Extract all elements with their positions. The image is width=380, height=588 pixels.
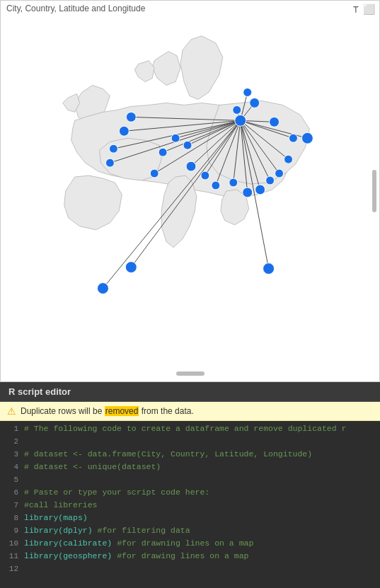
- svg-point-58: [301, 132, 313, 144]
- warning-highlight: removed: [105, 406, 139, 416]
- svg-point-52: [243, 188, 253, 197]
- line-code-6: # Paste or type your script code here:: [24, 488, 209, 497]
- filter-icon[interactable]: ⊤: [353, 4, 359, 16]
- svg-point-53: [255, 185, 265, 195]
- svg-point-55: [275, 169, 284, 178]
- svg-point-54: [266, 176, 275, 185]
- warning-icon: ⚠: [7, 405, 16, 417]
- svg-point-49: [201, 171, 209, 180]
- svg-point-47: [183, 141, 192, 149]
- editor-panel: R script editor ⚠ Duplicate rows will be…: [0, 382, 380, 588]
- code-line-2: 2: [0, 437, 380, 449]
- line-num-5: 5: [3, 475, 18, 484]
- svg-point-57: [289, 134, 297, 142]
- svg-point-40: [109, 144, 117, 153]
- code-line-7: 7 #call libreries: [0, 500, 380, 513]
- svg-point-50: [212, 181, 220, 190]
- code-line-5: 5: [0, 475, 380, 488]
- svg-point-60: [250, 98, 260, 108]
- line-code-1: # The following code to create a datafra…: [24, 424, 346, 433]
- svg-point-61: [243, 88, 252, 97]
- code-line-4: 4 # dataset <- unique(dataset): [0, 462, 380, 475]
- vertical-scrollbar[interactable]: [372, 170, 376, 212]
- line-code-9: library(dplyr) #for filtering data: [24, 526, 190, 535]
- code-line-8: 8 library(maps): [0, 513, 380, 526]
- svg-point-48: [186, 161, 196, 171]
- code-line-3: 3 # dataset <- data.frame(City, Country,…: [0, 449, 380, 462]
- svg-point-62: [233, 105, 241, 114]
- svg-point-56: [284, 155, 293, 163]
- line-num-9: 9: [3, 526, 18, 535]
- svg-point-51: [229, 178, 238, 187]
- code-line-1: 1 # The following code to create a dataf…: [0, 424, 380, 437]
- horizontal-scrollbar[interactable]: [176, 371, 205, 376]
- line-num-8: 8: [3, 513, 18, 522]
- svg-point-37: [235, 115, 246, 126]
- svg-point-59: [270, 117, 280, 127]
- svg-marker-3: [152, 52, 180, 86]
- svg-point-39: [119, 126, 129, 136]
- svg-marker-4: [134, 61, 154, 82]
- code-line-6: 6 # Paste or type your script code here:: [0, 488, 380, 500]
- line-code-8: library(maps): [24, 513, 88, 522]
- line-num-6: 6: [3, 488, 18, 497]
- line-code-10: library(calibrate) #for drawning lines o…: [24, 538, 253, 548]
- svg-point-43: [97, 283, 108, 294]
- map-panel: City, Country, Latitude and Longitude ⊤ …: [0, 0, 380, 382]
- line-num-1: 1: [3, 424, 18, 433]
- line-code-4: # dataset <- unique(dataset): [24, 462, 161, 471]
- code-line-10: 10 library(calibrate) #for drawning line…: [0, 538, 380, 551]
- map-svg: [1, 1, 379, 381]
- map-title: City, Country, Latitude and Longitude: [6, 4, 145, 13]
- editor-title: R script editor: [0, 382, 380, 402]
- line-code-3: # dataset <- data.frame(City, Country, L…: [24, 449, 312, 459]
- line-num-11: 11: [3, 551, 18, 560]
- svg-marker-6: [64, 175, 122, 230]
- warning-bar: ⚠ Duplicate rows will be removed from th…: [0, 402, 380, 421]
- line-num-4: 4: [3, 462, 18, 471]
- svg-point-42: [125, 262, 137, 273]
- line-num-7: 7: [3, 500, 18, 509]
- line-num-2: 2: [3, 437, 18, 446]
- svg-point-46: [150, 169, 159, 178]
- line-num-3: 3: [3, 449, 18, 459]
- code-area[interactable]: 1 # The following code to create a dataf…: [0, 421, 380, 588]
- line-num-10: 10: [3, 538, 18, 548]
- svg-point-45: [159, 148, 167, 156]
- svg-point-41: [105, 158, 114, 167]
- svg-marker-2: [180, 36, 223, 100]
- code-line-9: 9 library(dplyr) #for filtering data: [0, 526, 380, 538]
- code-line-11: 11 library(geosphere) #for drawing lines…: [0, 551, 380, 564]
- map-toolbar: ⊤ ⬜: [353, 4, 375, 16]
- warning-text: Duplicate rows will be removed from the …: [21, 406, 194, 416]
- line-code-7: #call libreries: [24, 500, 98, 509]
- resize-icon[interactable]: ⬜: [363, 4, 375, 16]
- svg-point-38: [126, 112, 136, 122]
- line-num-12: 12: [3, 564, 18, 573]
- svg-point-44: [171, 134, 180, 142]
- line-code-11: library(geosphere) #for drawing lines on…: [24, 551, 248, 560]
- code-line-12: 12: [0, 564, 380, 577]
- svg-point-63: [263, 263, 275, 275]
